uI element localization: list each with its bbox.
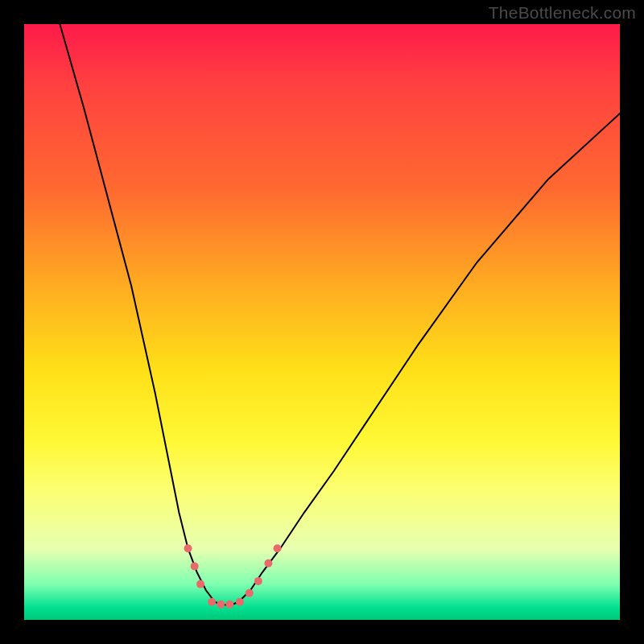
data-marker bbox=[225, 601, 233, 609]
data-marker bbox=[217, 601, 225, 609]
data-marker bbox=[236, 598, 244, 606]
data-marker bbox=[274, 544, 282, 552]
data-marker bbox=[208, 598, 216, 606]
data-marker bbox=[196, 580, 204, 588]
curve-layer bbox=[24, 24, 620, 620]
bottleneck-curve bbox=[60, 24, 620, 605]
watermark-text: TheBottleneck.com bbox=[489, 3, 636, 23]
data-marker bbox=[264, 559, 272, 568]
data-marker bbox=[184, 544, 192, 552]
plot-area bbox=[24, 24, 620, 620]
data-marker bbox=[246, 589, 254, 597]
data-marker bbox=[254, 577, 262, 585]
data-marker bbox=[191, 562, 199, 570]
chart-frame: TheBottleneck.com bbox=[0, 0, 644, 644]
